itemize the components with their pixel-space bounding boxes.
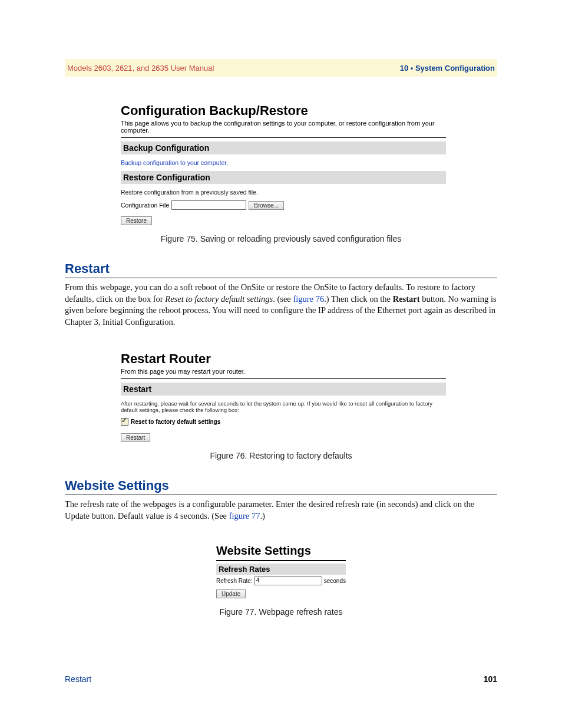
fig76-lead: From this page you may restart your rout…: [121, 368, 446, 375]
factory-default-checkbox[interactable]: [121, 418, 128, 426]
figure-75: Configuration Backup/Restore This page a…: [121, 103, 446, 225]
backup-link[interactable]: Backup configuration to your computer.: [121, 159, 446, 166]
restore-header: Restore Configuration: [121, 171, 446, 184]
text-bold: Restart: [393, 294, 420, 304]
restart-button[interactable]: Restart: [121, 433, 150, 442]
divider: [65, 495, 497, 495]
text: . (see: [273, 294, 293, 304]
browse-button[interactable]: Browse...: [249, 201, 284, 210]
restart-paragraph: From this webpage, you can do a soft reb…: [65, 282, 497, 328]
header-chapter: 10 • System Configuration: [400, 64, 495, 73]
figure-77: Website Settings Refresh Rates Refresh R…: [216, 544, 346, 598]
page-header: Models 2603, 2621, and 2635 User Manual …: [65, 59, 497, 77]
restore-button[interactable]: Restore: [121, 216, 152, 225]
config-file-label: Configuration File: [121, 202, 169, 209]
text: The refresh rate of the webpages is a co…: [65, 499, 474, 521]
fig76-header: Restart: [121, 383, 446, 396]
fig75-title: Configuration Backup/Restore: [121, 103, 446, 118]
restore-desc: Restore configuration from a previously …: [121, 189, 446, 196]
divider: [216, 560, 346, 561]
fig76-desc: After restarting, please wait for severa…: [121, 400, 446, 413]
text: .) Then click on the: [324, 294, 393, 304]
figure-76: Restart Router From this page you may re…: [121, 351, 446, 442]
update-button[interactable]: Update: [216, 589, 246, 598]
divider: [121, 137, 446, 138]
fig76-title: Restart Router: [121, 351, 446, 367]
header-manual-title: Models 2603, 2621, and 2635 User Manual: [67, 64, 214, 73]
refresh-rate-unit: seconds: [324, 578, 346, 584]
website-settings-heading: Website Settings: [65, 478, 497, 493]
divider: [65, 278, 497, 278]
refresh-rate-label: Refresh Rate:: [216, 578, 253, 584]
website-paragraph: The refresh rate of the webpages is a co…: [65, 499, 497, 522]
fig77-header: Refresh Rates: [216, 564, 346, 575]
refresh-rate-input[interactable]: 4: [254, 577, 322, 585]
text-italic: Reset to factory default settings: [165, 294, 273, 304]
text: .): [260, 511, 265, 521]
divider: [121, 378, 446, 379]
config-file-input[interactable]: [171, 200, 246, 210]
fig75-lead: This page allows you to backup the confi…: [121, 120, 446, 134]
fig75-caption: Figure 75. Saving or reloading previousl…: [65, 234, 497, 243]
figure-76-link[interactable]: figure 76: [293, 294, 324, 304]
fig77-caption: Figure 77. Webpage refresh rates: [65, 607, 497, 617]
page-number: 101: [484, 674, 497, 684]
fig77-title: Website Settings: [216, 544, 346, 558]
page-footer: Restart 101: [65, 674, 497, 684]
figure-77-link[interactable]: figure 77: [229, 511, 260, 521]
backup-header: Backup Configuration: [121, 141, 446, 154]
restart-heading: Restart: [65, 261, 497, 276]
fig76-caption: Figure 76. Restoring to factory defaults: [65, 451, 497, 460]
factory-default-label: Reset to factory default settings: [131, 419, 220, 425]
footer-section: Restart: [65, 674, 91, 684]
